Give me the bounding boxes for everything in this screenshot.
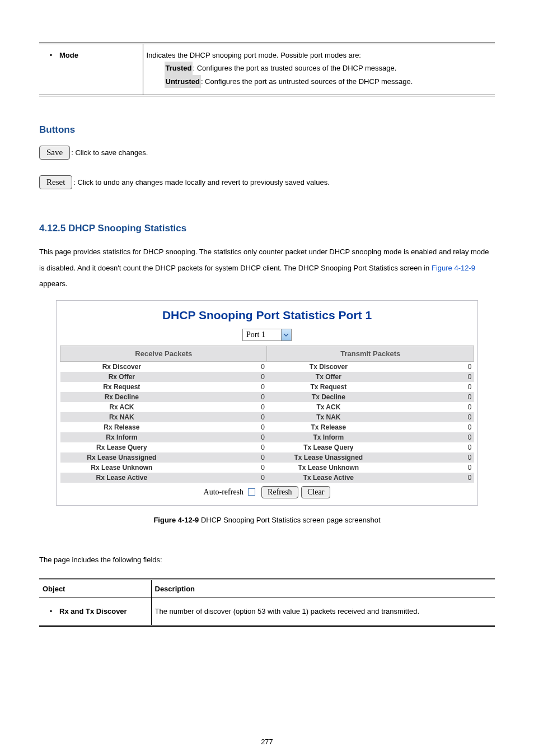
rx-label: Rx Inform: [60, 432, 184, 442]
table-row: Rx Inform0Tx Inform0: [60, 432, 474, 442]
mode-description-table: • Mode Indicates the DHCP snooping port …: [39, 43, 495, 96]
trusted-text: : Configures the port as trusted sources…: [193, 64, 396, 72]
rx-label: Rx NAK: [60, 412, 184, 422]
tx-label: Tx Lease Active: [267, 473, 390, 483]
rx-value: 0: [183, 412, 267, 422]
tx-label: Tx Request: [267, 382, 390, 392]
tx-value: 0: [390, 442, 474, 452]
tx-label: Tx Decline: [267, 392, 390, 402]
mode-object-cell: • Mode: [43, 49, 139, 62]
rx-label: Rx Request: [60, 382, 184, 392]
tx-label: Tx Inform: [267, 432, 390, 442]
intro-paragraph: This page provides statistics for DHCP s…: [39, 244, 495, 292]
section-title: 4.12.5 DHCP Snooping Statistics: [39, 223, 495, 234]
save-button[interactable]: Save: [39, 146, 70, 160]
caption-prefix: Figure 4-12-9: [153, 516, 201, 524]
tx-value: 0: [390, 372, 474, 382]
rx-label: Rx Lease Query: [60, 442, 184, 452]
table-row: Rx ACK0Tx ACK0: [60, 402, 474, 412]
buttons-heading: Buttons: [39, 124, 495, 136]
tx-label: Tx ACK: [267, 402, 390, 412]
tx-label: Tx Lease Query: [267, 442, 390, 452]
tx-value: 0: [390, 432, 474, 442]
rx-value: 0: [183, 432, 267, 442]
rx-label: Rx Offer: [60, 372, 184, 382]
table-row: Rx Lease Active0Tx Lease Active0: [60, 473, 474, 483]
mode-sub1: Trusted: Configures the port as trusted …: [165, 62, 492, 74]
auto-refresh-label: Auto-refresh: [204, 488, 244, 496]
reset-description: : Click to undo any changes made locally…: [73, 178, 329, 186]
tx-label: Tx Release: [267, 422, 390, 432]
rx-label: Rx Lease Active: [60, 473, 184, 483]
stats-table: Receive Packets Transmit Packets Rx Disc…: [60, 346, 474, 483]
rx-value: 0: [183, 361, 267, 372]
bullet-icon: •: [43, 49, 59, 62]
rx-value: 0: [183, 372, 267, 382]
mode-desc-line1: Indicates the DHCP snooping port mode. P…: [147, 49, 492, 62]
tx-label: Tx Lease Unassigned: [267, 452, 390, 463]
table-row: Rx Request0Tx Request0: [60, 382, 474, 392]
table-row: Rx Offer0Tx Offer0: [60, 372, 474, 382]
tx-value: 0: [390, 473, 474, 483]
table-row: Rx NAK0Tx NAK0: [60, 412, 474, 422]
fields-table-desc-header: Description: [151, 579, 495, 598]
mode-object-label: Mode: [59, 49, 78, 62]
rx-label: Rx Lease Unknown: [60, 463, 184, 473]
page-number: 277: [0, 738, 534, 746]
discover-object-label: Rx and Tx Discover: [59, 605, 127, 619]
rx-label: Rx Lease Unassigned: [60, 452, 184, 463]
tx-label: Tx Offer: [267, 372, 390, 382]
table-row: Rx Lease Query0Tx Lease Query0: [60, 442, 474, 452]
reset-button[interactable]: Reset: [39, 175, 72, 189]
rx-label: Rx Release: [60, 422, 184, 432]
rx-value: 0: [183, 473, 267, 483]
table-row: Rx Discover0Tx Discover0: [60, 361, 474, 372]
trusted-label: Trusted: [165, 62, 193, 74]
intro-part2: appears.: [39, 279, 68, 288]
screenshot-caption: Figure 4-12-9 DHCP Snooping Port Statist…: [39, 516, 495, 524]
tx-label: Tx NAK: [267, 412, 390, 422]
chevron-down-icon: [281, 329, 291, 340]
rx-value: 0: [183, 452, 267, 463]
rx-value: 0: [183, 442, 267, 452]
rx-value: 0: [183, 422, 267, 432]
auto-refresh-checkbox[interactable]: [248, 488, 255, 496]
rx-label: Rx Decline: [60, 392, 184, 402]
refresh-button[interactable]: Refresh: [261, 486, 298, 498]
transmit-header: Transmit Packets: [267, 346, 474, 361]
table-row: Rx Decline0Tx Decline0: [60, 392, 474, 402]
fields-intro: The page includes the following fields:: [39, 552, 495, 568]
caption-text: DHCP Snooping Port Statistics screen pag…: [201, 516, 381, 524]
table-row: Rx Lease Unknown0Tx Lease Unknown0: [60, 463, 474, 473]
bullet-icon: •: [43, 605, 59, 619]
rx-value: 0: [183, 392, 267, 402]
receive-header: Receive Packets: [60, 346, 267, 361]
save-description: : Click to save changes.: [71, 148, 148, 157]
table-row: Rx Release0Tx Release0: [60, 422, 474, 432]
fields-table-obj-header: Object: [39, 579, 151, 598]
untrusted-label: Untrusted: [165, 75, 201, 88]
tx-value: 0: [390, 392, 474, 402]
tx-value: 0: [390, 463, 474, 473]
port-select[interactable]: Port 1: [242, 329, 292, 341]
tx-value: 0: [390, 402, 474, 412]
rx-label: Rx Discover: [60, 361, 184, 372]
tx-value: 0: [390, 422, 474, 432]
untrusted-text: : Configures the port as untrusted sourc…: [201, 77, 413, 86]
tx-label: Tx Discover: [267, 361, 390, 372]
screenshot-container: DHCP Snooping Port Statistics Port 1 Por…: [56, 300, 478, 506]
mode-sub2: Untrusted: Configures the port as untrus…: [165, 75, 492, 88]
discover-description: The number of discover (option 53 with v…: [151, 598, 495, 626]
rx-value: 0: [183, 463, 267, 473]
figure-link[interactable]: Figure 4-12-9: [432, 264, 475, 272]
tx-value: 0: [390, 452, 474, 463]
tx-value: 0: [390, 412, 474, 422]
rx-value: 0: [183, 402, 267, 412]
clear-button[interactable]: Clear: [301, 486, 330, 498]
intro-part1: This page provides statistics for DHCP s…: [39, 248, 489, 272]
port-select-value: Port 1: [243, 329, 281, 340]
table-row: Rx Lease Unassigned0Tx Lease Unassigned0: [60, 452, 474, 463]
fields-table: Object Description • Rx and Tx Discover …: [39, 578, 495, 627]
rx-value: 0: [183, 382, 267, 392]
discover-object-cell: • Rx and Tx Discover: [43, 605, 148, 619]
